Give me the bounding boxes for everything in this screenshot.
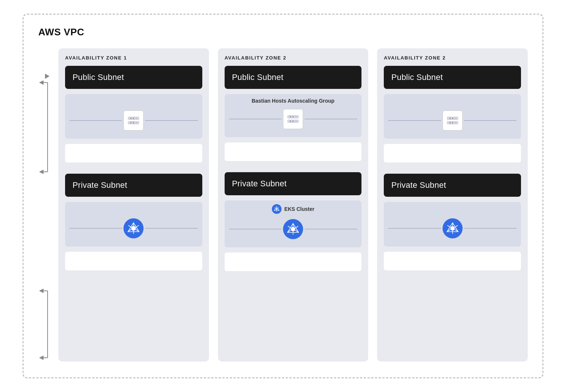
zone1-k8s-icon [123, 218, 144, 238]
zone1-eks-row [70, 215, 198, 241]
eks-cluster-label: EKS Cluster [284, 206, 315, 212]
zone3-k8s-icon [443, 218, 463, 238]
zone2-k8s-icon [283, 219, 303, 239]
autoscaling-label: Bastian Hosts Autoscaling Group [229, 98, 357, 104]
zone1-label: AVAILABILITY ZONE 1 [65, 55, 202, 61]
eks-badge-icon [272, 204, 282, 214]
svg-marker-4 [39, 170, 44, 174]
zone3-eks-band [384, 202, 521, 247]
zone-column-3: AVAILABILITY ZONE 2 Public Subnet [377, 48, 528, 362]
zone1-empty-box-top [65, 144, 202, 163]
zone1-server-row [70, 107, 198, 134]
zone3-empty-box-bottom [384, 252, 521, 270]
zone3-label: AVAILABILITY ZONE 2 [384, 55, 521, 61]
zone2-public-subnet: Public Subnet [225, 66, 362, 89]
aws-vpc-container: AWS VPC [23, 14, 543, 378]
zone1-empty-box-bottom [65, 252, 202, 270]
zone3-autoscaling-band [384, 94, 521, 139]
zone2-autoscaling-band: Bastian Hosts Autoscaling Group [225, 94, 362, 137]
zone3-empty-box-top [384, 144, 521, 163]
svg-point-35 [450, 226, 455, 231]
zone2-server-icon [283, 109, 303, 129]
zone2-label: AVAILABILITY ZONE 2 [225, 55, 362, 61]
svg-point-27 [291, 227, 295, 231]
zone3-server-row [388, 107, 517, 134]
zone1-line-right [145, 120, 197, 121]
zone3-eks-row [388, 215, 517, 241]
svg-point-19 [276, 208, 277, 210]
zone-column-1: AVAILABILITY ZONE 1 Public Subnet [58, 48, 209, 362]
zone3-server-icon [443, 110, 463, 131]
zone1-eks-band [65, 202, 202, 247]
zone3-public-subnet: Public Subnet [384, 66, 521, 89]
eks-label-row: EKS Cluster [229, 204, 357, 214]
zone2-empty-box-bottom [225, 253, 362, 271]
zone1-public-subnet: Public Subnet [65, 66, 202, 89]
zone-column-2: AVAILABILITY ZONE 2 Public Subnet Bastia… [218, 48, 369, 362]
svg-line-33 [288, 226, 291, 228]
zone2-server-row [229, 106, 357, 132]
svg-line-31 [295, 226, 298, 228]
zone3-private-subnet: Private Subnet [384, 174, 521, 197]
zone1-private-subnet: Private Subnet [65, 174, 202, 197]
svg-marker-9 [39, 356, 44, 360]
zone1-server-bar-2 [128, 121, 139, 124]
bracket-top-arrow [38, 79, 49, 176]
svg-line-17 [128, 225, 131, 227]
vpc-title: AWS VPC [38, 26, 528, 38]
bracket-bottom-arrow [38, 287, 49, 362]
svg-marker-3 [39, 80, 44, 85]
zone2-private-subnet: Private Subnet [225, 172, 362, 195]
zone1-server-bar-1 [128, 117, 139, 120]
zone2-eks-band: EKS Cluster [225, 200, 362, 247]
zone1-autoscaling-band [65, 94, 202, 139]
svg-line-41 [447, 225, 450, 227]
zone1-line-left [70, 120, 122, 121]
svg-line-39 [455, 225, 458, 227]
svg-marker-8 [39, 289, 44, 293]
zone2-empty-box-top [225, 142, 362, 161]
svg-line-15 [136, 225, 139, 227]
zone1-server-icon [123, 110, 144, 131]
zone2-eks-row [229, 216, 357, 242]
zone1-k8s-svg [127, 222, 140, 235]
svg-point-11 [131, 226, 136, 231]
